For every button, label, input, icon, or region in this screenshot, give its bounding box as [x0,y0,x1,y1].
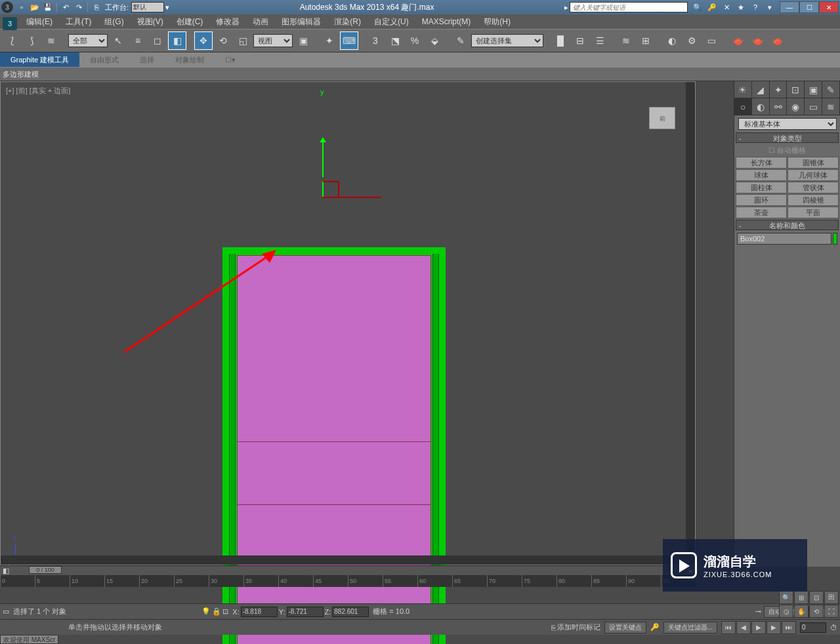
create-tab-icon[interactable]: ○ [734,98,752,115]
modify-tab-icon[interactable]: ◐ [752,98,770,115]
bind-spacewarp-icon[interactable]: ≋ [42,31,60,50]
motion-tab-icon[interactable]: ◉ [787,98,805,115]
layers-icon[interactable]: ☰ [591,31,609,50]
move-icon[interactable]: ✥ [194,31,213,50]
app-menu-icon[interactable]: 3 [3,17,17,30]
gizmo-xy-plane[interactable] [322,181,339,198]
new-icon[interactable]: ▫ [16,1,28,13]
orbit-icon[interactable]: ⟲ [809,605,824,618]
display-tab-icon[interactable]: ▭ [805,98,822,115]
shading-sky-icon[interactable]: ◢ [752,81,770,98]
play-icon[interactable]: ▶ [751,621,766,634]
search-input[interactable] [570,2,688,12]
maximize-viewport-icon[interactable]: ⛶ [824,605,839,618]
close-button[interactable]: ✕ [819,1,839,13]
exchange-icon[interactable]: ✕ [721,1,732,13]
zoom-all-icon[interactable]: ⊞ [794,591,808,604]
ribbon-tab-paint[interactable]: 对象绘制 [165,52,215,67]
geometry-category-dropdown[interactable]: 标准基本体 [738,118,837,130]
render-production-icon[interactable]: 🫖 [728,31,747,50]
cylinder-button[interactable]: 圆柱体 [736,182,787,193]
object-type-rollout[interactable]: -对象类型 [736,132,839,143]
select-name-icon[interactable]: ≡ [129,31,147,50]
goto-start-icon[interactable]: ⏮ [721,621,736,634]
viewport-label[interactable]: [+] [前] [真实 + 边面] [6,86,70,96]
geosphere-button[interactable]: 几何球体 [788,169,839,181]
window-crossing-icon[interactable]: ◧ [168,31,186,50]
teapot-button[interactable]: 茶壶 [736,207,787,218]
time-ruler[interactable]: 0 5 10 15 20 25 30 35 40 45 50 55 60 65 … [0,575,696,587]
menu-rendering[interactable]: 渲染(R) [327,14,368,30]
hierarchy-tab-icon[interactable]: ⚯ [770,98,788,115]
goto-end-icon[interactable]: ⏭ [782,621,796,634]
cone-button[interactable]: 圆锥体 [788,157,839,169]
edit-named-sel-icon[interactable]: ✎ [452,31,470,50]
next-frame-icon[interactable]: ▶ [766,621,781,634]
manipulate-icon[interactable]: ✦ [320,31,339,50]
refcoord-dropdown[interactable]: 视图 [253,34,293,47]
time-config-icon[interactable]: ⏱ [830,624,837,632]
redo-icon[interactable]: ↷ [73,1,85,13]
shading-edit-icon[interactable]: ✎ [822,81,840,98]
snap-toggle-icon[interactable]: 3 [366,31,385,50]
pivot-icon[interactable]: ▣ [294,31,312,50]
open-icon[interactable]: 📂 [29,1,41,13]
spinner-snap-icon[interactable]: ⬙ [425,31,444,50]
menu-views[interactable]: 视图(V) [131,14,170,30]
align-icon[interactable]: ⊟ [571,31,589,50]
ribbon-tab-selection[interactable]: 选择 [129,52,165,67]
menu-customize[interactable]: 自定义(U) [368,14,415,30]
menu-maxscript[interactable]: MAXScript(M) [415,15,478,28]
menu-tools[interactable]: 工具(T) [59,14,98,30]
lock-selection-icon[interactable]: 💡 [201,607,211,616]
menu-modifiers[interactable]: 修改器 [209,14,246,30]
maximize-button[interactable]: ☐ [799,1,819,13]
select-object-icon[interactable]: ↖ [109,31,127,50]
link-icon[interactable]: ⎘ [91,1,102,13]
save-icon[interactable]: 💾 [42,1,54,13]
select-region-icon[interactable]: ◻ [148,31,167,50]
ribbon-tab-graphite[interactable]: Graphite 建模工具 [0,52,79,67]
rotate-icon[interactable]: ⟲ [214,31,232,50]
box-button[interactable]: 长方体 [736,157,787,169]
shading-safe-icon[interactable]: ⊡ [787,81,805,98]
menu-animation[interactable]: 动画 [246,14,275,30]
polymodeling-label[interactable]: 多边形建模 [3,70,39,79]
z-coord-input[interactable] [332,607,369,617]
workspace-dropdown[interactable] [131,2,164,12]
select-link-icon[interactable]: ⟅ [3,31,21,50]
mirror-icon[interactable]: ▐▌ [551,31,570,50]
percent-snap-icon[interactable]: % [406,31,424,50]
ribbon-tab-freeform[interactable]: 自由形式 [79,52,129,67]
selection-filter-dropdown[interactable]: 全部 [68,34,108,47]
angle-snap-icon[interactable]: ⬔ [386,31,404,50]
material-editor-icon[interactable]: ◐ [663,31,681,50]
isolate-icon[interactable]: ⊡ [222,607,228,616]
current-frame-input[interactable] [800,622,826,633]
object-color-swatch[interactable] [833,233,837,245]
menu-grapheditors[interactable]: 图形编辑器 [275,14,327,30]
torus-button[interactable]: 圆环 [736,194,787,206]
shading-frame-icon[interactable]: ▣ [805,81,822,98]
viewport-front[interactable]: [+] [前] [真实 + 边面] 前 y [0,81,696,565]
menu-group[interactable]: 组(G) [98,14,130,30]
render-frame-icon[interactable]: ▭ [702,31,721,50]
key-big-icon[interactable]: 🔑 [650,623,660,632]
viewcube-face[interactable]: 前 [649,107,675,129]
pyramid-button[interactable]: 四棱锥 [788,194,839,206]
time-tag-icon[interactable]: ⎘ [551,624,556,632]
ribbon-collapse-icon[interactable]: ☐▾ [215,52,246,67]
viewport-scrollbar-h[interactable] [1,555,695,565]
keyfilter-button[interactable]: 关键点过滤器... [663,622,717,634]
object-name-input[interactable] [737,233,831,245]
star-icon[interactable]: ★ [735,1,747,13]
fov-icon[interactable]: ◶ [779,605,793,618]
menu-edit[interactable]: 编辑(E) [20,14,59,30]
setkey-button[interactable]: 设置关键点 [604,622,646,634]
schematic-view-icon[interactable]: ⊞ [637,31,655,50]
render-iterative-icon[interactable]: 🫖 [748,31,766,50]
gizmo-x-axis[interactable] [322,197,381,198]
curve-editor-icon[interactable]: ≋ [617,31,635,50]
plane-button[interactable]: 平面 [788,207,839,218]
maxscript-mini-icon[interactable]: ▭ [3,607,9,616]
